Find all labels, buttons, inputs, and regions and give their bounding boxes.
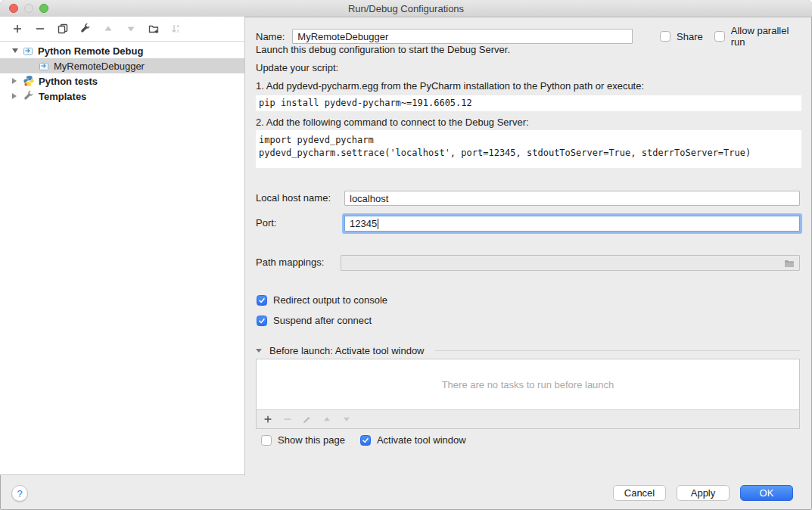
move-down-icon[interactable] — [125, 23, 137, 35]
code-line: pydevd_pycharm.settrace('localhost', por… — [256, 147, 801, 160]
redirect-output-label: Redirect output to console — [273, 294, 387, 306]
tree-item-python-tests[interactable]: Python tests — [0, 73, 244, 89]
browse-folder-icon[interactable] — [783, 257, 795, 269]
collapse-arrow-icon[interactable] — [256, 349, 262, 353]
local-host-label: Local host name: — [256, 191, 331, 206]
activate-tool-window-label: Activate tool window — [377, 434, 466, 446]
move-task-down-icon[interactable] — [341, 414, 352, 424]
settrace-code-block: import pydevd_pycharm pydevd_pycharm.set… — [256, 130, 801, 168]
window-title: Run/Debug Configurations — [348, 3, 464, 14]
copy-configuration-icon[interactable] — [57, 23, 69, 35]
pip-install-code-block: pip install pydevd-pycharm~=191.6605.12 — [256, 95, 801, 111]
apply-button[interactable]: Apply — [677, 485, 730, 501]
before-launch-header[interactable]: Before launch: Activate tool window — [256, 345, 800, 356]
tree-item-label: Python tests — [39, 76, 98, 87]
tree-item-label: Templates — [39, 91, 86, 102]
tree-item-python-remote-debug[interactable]: Python Remote Debug — [0, 43, 244, 58]
allow-parallel-checkbox-row[interactable]: Allow parallel run — [714, 25, 804, 48]
share-checkbox-row[interactable]: Share — [660, 31, 703, 42]
redirect-output-row[interactable]: Redirect output to console — [257, 294, 387, 306]
collapse-arrow-icon[interactable] — [12, 48, 18, 53]
port-value: 12345 — [350, 218, 377, 229]
allow-parallel-label: Allow parallel run — [731, 25, 804, 48]
templates-wrench-icon — [23, 90, 35, 102]
tree-item-templates[interactable]: Templates — [0, 89, 244, 104]
add-configuration-icon[interactable] — [11, 23, 23, 35]
configuration-editor: Name: Share Allow parallel run Launch th… — [245, 17, 812, 478]
instructions-intro: Launch this debug configuration to start… — [256, 44, 510, 56]
traffic-lights — [9, 4, 48, 13]
before-launch-title: Before launch: Activate tool window — [269, 345, 425, 356]
name-input[interactable] — [292, 29, 633, 44]
expand-arrow-icon[interactable] — [12, 93, 17, 99]
edit-task-icon[interactable] — [302, 414, 313, 424]
zoom-window-button[interactable] — [39, 4, 48, 13]
activate-tool-window-checkbox[interactable] — [360, 435, 371, 446]
tree-item-label: MyRemoteDebugger — [54, 61, 145, 72]
sort-configurations-icon[interactable]: az — [170, 23, 182, 35]
remote-debug-icon — [38, 60, 50, 72]
code-line: import pydevd_pycharm — [256, 134, 801, 147]
dialog-buttons: Cancel Apply OK — [613, 485, 793, 501]
suspend-after-connect-row[interactable]: Suspend after connect — [257, 315, 372, 326]
add-task-icon[interactable] — [263, 414, 273, 424]
port-label: Port: — [256, 216, 276, 231]
tree-item-label: Python Remote Debug — [38, 45, 143, 57]
sidebar-toolbar: az — [0, 17, 244, 42]
path-mappings-input[interactable] — [341, 255, 800, 271]
share-checkbox[interactable] — [660, 31, 670, 42]
port-input[interactable]: 12345 — [344, 216, 800, 232]
remote-debug-icon — [22, 45, 34, 57]
tree-item-myremotedebugger[interactable]: MyRemoteDebugger — [0, 58, 244, 73]
title-bar[interactable]: Run/Debug Configurations — [0, 0, 812, 17]
configurations-sidebar: az Python Remote Debug MyRemoteDebugger — [0, 17, 245, 475]
code-line: pip install pydevd-pycharm~=191.6605.12 — [256, 97, 472, 110]
before-launch-tasks-panel: There are no tasks to run before launch — [256, 359, 800, 429]
text-caret — [378, 219, 378, 229]
instructions-update: Update your script: — [256, 62, 338, 74]
minimize-window-button[interactable] — [24, 4, 33, 13]
show-this-page-label: Show this page — [278, 434, 345, 446]
move-up-icon[interactable] — [102, 23, 114, 35]
dialog-footer: ? Cancel Apply OK — [0, 478, 812, 510]
show-this-page-checkbox[interactable] — [261, 435, 272, 446]
redirect-output-checkbox[interactable] — [257, 295, 267, 306]
allow-parallel-checkbox[interactable] — [714, 31, 725, 42]
tasks-toolbar — [257, 409, 799, 428]
ok-button[interactable]: OK — [740, 485, 793, 501]
move-task-up-icon[interactable] — [322, 414, 332, 424]
close-window-button[interactable] — [9, 4, 18, 13]
python-tests-icon — [23, 75, 35, 87]
new-folder-icon[interactable] — [148, 23, 160, 35]
suspend-after-connect-checkbox[interactable] — [257, 316, 267, 326]
section-divider — [435, 350, 800, 351]
svg-text:z: z — [177, 28, 179, 33]
name-label: Name: — [256, 31, 285, 42]
help-button[interactable]: ? — [11, 485, 28, 502]
share-label: Share — [677, 31, 703, 42]
local-host-input[interactable] — [344, 191, 800, 206]
instructions-step2: 2. Add the following command to connect … — [256, 117, 529, 129]
configurations-tree: Python Remote Debug MyRemoteDebugger Pyt… — [0, 42, 244, 104]
path-mappings-label: Path mappings: — [256, 255, 324, 270]
instructions-step1: 1. Add pydevd-pycharm.egg from the PyCha… — [256, 80, 644, 92]
edit-templates-icon[interactable] — [79, 23, 92, 35]
tasks-empty-text: There are no tasks to run before launch — [257, 359, 799, 409]
run-debug-configurations-dialog: Run/Debug Configurations — [0, 0, 812, 510]
show-this-page-row[interactable]: Show this page Activate tool window — [261, 434, 466, 446]
remove-configuration-icon[interactable] — [34, 23, 46, 35]
svg-text:a: a — [177, 23, 180, 28]
expand-arrow-icon[interactable] — [12, 78, 17, 84]
help-question-icon: ? — [17, 488, 22, 499]
suspend-after-connect-label: Suspend after connect — [273, 315, 372, 326]
remove-task-icon[interactable] — [282, 414, 293, 424]
cancel-button[interactable]: Cancel — [613, 485, 666, 501]
